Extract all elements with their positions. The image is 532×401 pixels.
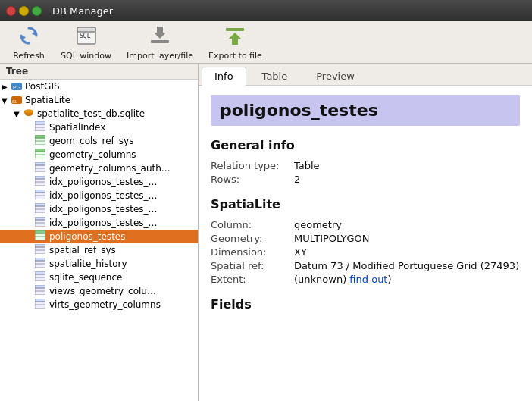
maximize-button[interactable]: [32, 6, 42, 16]
tree-item-idx1[interactable]: idx_poligonos_testes_…: [0, 175, 198, 189]
tree-item-geomcolsrefsys-label: geom_cols_ref_sys: [49, 136, 198, 146]
refresh-button[interactable]: Refresh: [6, 20, 52, 64]
dimension-label: Dimension:: [211, 246, 294, 258]
tree-item-postgis[interactable]: ▶ PG PostGIS: [0, 80, 198, 93]
table-icon-idx1: [35, 176, 47, 188]
tree-item-sqlitesequence-label: sqlite_sequence: [49, 272, 198, 283]
tab-table[interactable]: Table: [249, 67, 301, 85]
tree-item-geomcolsauth[interactable]: geometry_columns_auth…: [0, 161, 198, 175]
svg-text:SQL: SQL: [80, 33, 91, 39]
info-content: poligonos_testes General info Relation t…: [199, 86, 532, 401]
tree-item-sqlitesequence[interactable]: sqlite_sequence: [0, 271, 198, 284]
tree-item-spatialitehistory[interactable]: spatialite_history: [0, 257, 198, 271]
svg-rect-64: [35, 285, 45, 288]
geo-table-icon-1: [35, 135, 47, 147]
tree-item-viewsgeometrycolu[interactable]: views_geometry_colu…: [0, 284, 198, 298]
table-icon-idx4: [35, 217, 47, 229]
import-button[interactable]: Import layer/file: [120, 20, 199, 64]
tree-item-idx2-label: idx_poligonos_testes_…: [49, 190, 198, 201]
table-icon-spatialindex: [35, 121, 47, 133]
tab-preview[interactable]: Preview: [303, 67, 368, 85]
column-value: geometry: [294, 219, 342, 230]
relation-type-label: Relation type:: [211, 160, 294, 171]
extent-label: Extent:: [211, 274, 294, 285]
svg-rect-60: [35, 271, 45, 274]
refresh-icon: [17, 23, 41, 48]
main-area: Tree ▶ PG PostGIS ▼ SL: [0, 64, 532, 401]
table-icon-spatialitehistory: [35, 258, 47, 270]
table-icon-idx3: [35, 203, 47, 215]
tree-item-db[interactable]: ▼ spatialite_test_db.sqlite: [0, 107, 198, 121]
svg-rect-20: [35, 135, 45, 138]
sql-icon: SQL: [74, 23, 99, 48]
window-controls: [6, 6, 42, 16]
table-icon-viewsgeo: [35, 285, 47, 297]
svg-rect-40: [35, 203, 45, 206]
tree-item-idx4[interactable]: idx_poligonos_testes_…: [0, 216, 198, 230]
tree-item-idx4-label: idx_poligonos_testes_…: [49, 218, 198, 228]
tab-info[interactable]: Info: [202, 67, 246, 86]
export-button[interactable]: Export to file: [202, 20, 268, 64]
tree-item-idx3[interactable]: idx_poligonos_testes_…: [0, 202, 198, 216]
tree-item-spatialrefsys[interactable]: spatial_ref_sys: [0, 243, 198, 257]
tree-item-virtsgeometrycols[interactable]: virts_geometry_columns: [0, 298, 198, 312]
svg-text:SL: SL: [12, 99, 18, 104]
svg-rect-5: [151, 40, 169, 43]
find-out-link[interactable]: find out: [349, 274, 387, 285]
svg-marker-6: [229, 33, 241, 39]
rows-label: Rows:: [211, 174, 294, 185]
table-icon-geomcolsauth: [35, 162, 47, 174]
postgis-icon: PG: [11, 80, 23, 92]
tree-item-geomcols[interactable]: geometry_columns: [0, 148, 198, 161]
svg-rect-8: [226, 28, 244, 31]
refresh-label: Refresh: [13, 51, 45, 61]
sql-window-button[interactable]: SQL SQL window: [55, 20, 117, 64]
extent-text: (unknown): [294, 274, 349, 285]
svg-rect-56: [35, 258, 45, 261]
tree-item-spatialindex[interactable]: SpatialIndex: [0, 121, 198, 134]
spatialite-info-table: Column: geometry Geometry: MULTIPOLYGON …: [211, 219, 520, 285]
tree-item-postgis-label: PostGIS: [25, 81, 198, 92]
svg-rect-68: [35, 299, 45, 302]
tree-item-idx2[interactable]: idx_poligonos_testes_…: [0, 189, 198, 202]
svg-rect-7: [232, 39, 238, 45]
spatialite-heading: SpatiaLite: [211, 197, 520, 211]
tree-content[interactable]: ▶ PG PostGIS ▼ SL Spatia: [0, 80, 198, 401]
arrow-postgis: ▶: [2, 83, 11, 91]
geometry-row: Geometry: MULTIPOLYGON: [211, 233, 520, 244]
rows-row: Rows: 2: [211, 174, 520, 185]
dimension-value: XY: [294, 246, 307, 258]
tree-item-geomcols-label: geometry_columns: [49, 149, 198, 160]
tree-item-idx3-label: idx_poligonos_testes_…: [49, 204, 198, 215]
spatialite-icon: SL: [11, 94, 23, 106]
right-panel: Info Table Preview poligonos_testes Gene…: [199, 64, 532, 401]
svg-rect-36: [35, 190, 45, 193]
import-icon: [148, 23, 172, 48]
rows-value: 2: [294, 174, 300, 185]
svg-point-14: [24, 110, 33, 114]
tree-item-poligonos-label: poligonos_testes: [49, 231, 198, 242]
window-title: DB Manager: [52, 5, 113, 17]
svg-rect-44: [35, 217, 45, 220]
page-title: poligonos_testes: [211, 95, 520, 126]
tree-item-spatialite[interactable]: ▼ SL SpatiaLite: [0, 93, 198, 107]
arrow-spatialite: ▼: [2, 96, 11, 105]
geo-table-icon-2: [35, 149, 47, 161]
table-icon-sqlitesequence: [35, 271, 47, 284]
tree-header: Tree: [0, 64, 198, 80]
toolbar: Refresh SQL SQL window Import layer/file: [0, 21, 532, 64]
svg-rect-24: [35, 149, 45, 152]
minimize-button[interactable]: [19, 6, 29, 16]
sql-window-label: SQL window: [61, 51, 111, 61]
close-button[interactable]: [6, 6, 16, 16]
column-label: Column:: [211, 219, 294, 230]
relation-type-value: Table: [294, 160, 320, 171]
general-info-table: Relation type: Table Rows: 2: [211, 160, 520, 185]
tree-item-db-label: spatialite_test_db.sqlite: [37, 108, 198, 119]
tree-item-poligonos[interactable]: poligonos_testes: [0, 230, 198, 243]
svg-marker-3: [154, 33, 166, 39]
import-label: Import layer/file: [127, 51, 193, 61]
tree-item-geomcolsrefsys[interactable]: geom_cols_ref_sys: [0, 134, 198, 148]
spatial-ref-row: Spatial ref: Datum 73 / Modified Portugu…: [211, 260, 520, 271]
titlebar: DB Manager: [0, 0, 532, 21]
